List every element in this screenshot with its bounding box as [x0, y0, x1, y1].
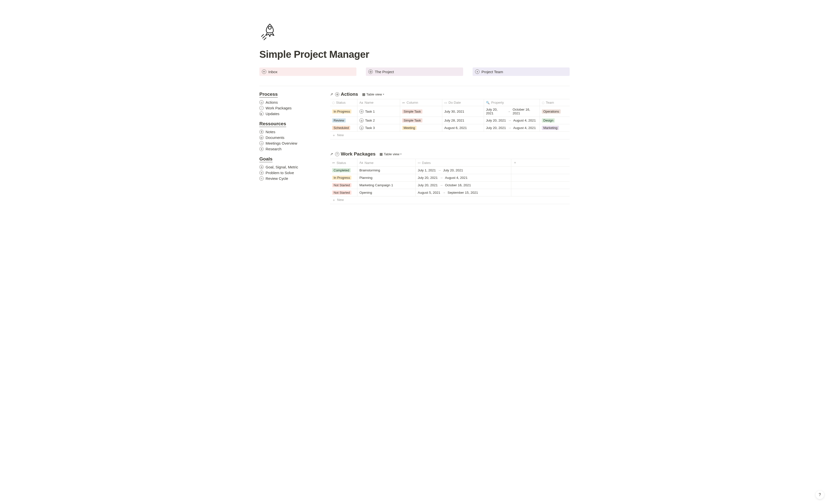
- quicklink-project-label: The Project: [375, 70, 394, 74]
- col-dates[interactable]: ▭ Dates: [416, 159, 511, 166]
- team-badge: Operations: [542, 109, 561, 114]
- globe-icon: ✪: [368, 70, 373, 74]
- table-row[interactable]: In Progress Planning July 20, 2021→Augus…: [330, 174, 570, 182]
- wp-view-picker[interactable]: ▦ Table view ▾: [380, 152, 402, 156]
- date-from: July 20, 2021: [486, 119, 506, 122]
- wp-title[interactable]: ⚐ Work Packages: [335, 151, 375, 157]
- quicklink-inbox[interactable]: 👁 Inbox: [259, 68, 356, 76]
- col-name[interactable]: Aa Name: [357, 99, 400, 106]
- column-badge: Simple Task: [402, 118, 423, 122]
- wp-new-row[interactable]: ＋ New: [330, 196, 570, 204]
- calendar-icon: ▭: [444, 101, 447, 105]
- date-to: October 16, 2021: [512, 108, 538, 115]
- clock-icon: ◷: [259, 141, 263, 145]
- title-icon: Aa: [359, 161, 363, 164]
- row-name: Planning: [359, 176, 372, 180]
- row-name: Task 2: [365, 119, 375, 122]
- column-badge: Meeting: [402, 126, 417, 130]
- col-column[interactable]: ≔ Column: [400, 99, 442, 106]
- sidebar-item-actions[interactable]: ◎ Actions: [259, 100, 320, 105]
- col-name[interactable]: Aa Name: [357, 159, 416, 166]
- select-icon: ≔: [332, 161, 335, 164]
- select-icon: ≔: [402, 101, 405, 105]
- row-name: Opening: [359, 191, 372, 194]
- sidebar: Process ◎ Actions ⚐ Work Packages ▶ Upda…: [259, 91, 320, 216]
- table-icon: ▦: [362, 92, 365, 96]
- status-badge: In Progress: [332, 176, 352, 180]
- sidebar-item-label: Review Cycle: [265, 177, 288, 181]
- row-name: Marketing Campaign 1: [359, 183, 393, 187]
- sidebar-item-meetings[interactable]: ◷ Meetings Overview: [259, 141, 320, 146]
- col-team[interactable]: ◌ Team: [540, 99, 570, 106]
- svg-line-2: [263, 36, 264, 38]
- actions-new-row[interactable]: ＋ New: [330, 132, 570, 139]
- title-icon: Aa: [359, 101, 363, 105]
- page-title: Simple Project Manager: [259, 49, 570, 60]
- open-as-page-icon[interactable]: ↗: [330, 152, 333, 156]
- sidebar-item-problem[interactable]: ✼ Problem to Solve: [259, 170, 320, 176]
- column-badge: Simple Task: [402, 109, 423, 114]
- actions-view-picker[interactable]: ▦ Table view ▾: [362, 92, 384, 96]
- arrow-icon: →: [507, 126, 512, 130]
- table-row[interactable]: In Progress ◎Task 1 Simple Task July 30,…: [330, 106, 570, 117]
- table-icon: ▦: [380, 152, 383, 156]
- table-row[interactable]: Completed Brainstorming July 1, 2021→Jul…: [330, 167, 570, 174]
- add-column[interactable]: ＋: [511, 159, 570, 166]
- sidebar-item-updates[interactable]: ▶ Updates: [259, 111, 320, 117]
- row-name: Task 3: [365, 126, 375, 130]
- person-icon: ✦: [475, 70, 479, 74]
- target-icon: ◎: [359, 118, 364, 122]
- col-status[interactable]: ≔ Status: [330, 159, 357, 166]
- rocket-icon: [259, 20, 570, 41]
- date-from: July 20, 2021: [418, 183, 438, 187]
- sidebar-item-label: Documents: [265, 135, 284, 140]
- table-row[interactable]: Review ◎Task 2 Simple Task July 28, 2021…: [330, 117, 570, 124]
- sidebar-item-label: Updates: [265, 112, 280, 116]
- flag-icon: ⚐: [335, 152, 339, 156]
- table-row[interactable]: Scheduled ◎Task 3 Meeting August 6, 2021…: [330, 124, 570, 132]
- sidebar-item-label: Goal, Signal, Metric: [265, 165, 298, 169]
- wp-view-label: Table view: [384, 152, 399, 156]
- col-do-date[interactable]: ▭ Do Date: [442, 99, 484, 106]
- status-badge: Review: [332, 118, 346, 122]
- sidebar-item-gsm[interactable]: ⊞ Goal, Signal, Metric: [259, 164, 320, 170]
- status-badge: Not Started: [332, 183, 352, 187]
- work-packages-database: ↗ ⚐ Work Packages ▦ Table view ▾ ≔: [330, 151, 570, 204]
- quicklink-inbox-label: Inbox: [268, 70, 278, 74]
- open-as-page-icon[interactable]: ↗: [330, 92, 333, 96]
- rollup-icon: 🔍: [486, 101, 490, 105]
- team-badge: Marketing: [542, 126, 559, 130]
- table-row[interactable]: Not Started Marketing Campaign 1 July 20…: [330, 182, 570, 189]
- do-date: July 28, 2021: [444, 119, 464, 122]
- play-icon: ▶: [259, 112, 263, 116]
- rollup-icon: ◌: [542, 101, 544, 105]
- flag-icon: ⚐: [259, 106, 263, 110]
- status-badge: Not Started: [332, 191, 352, 195]
- plus-icon: ＋: [332, 198, 335, 202]
- arrow-icon: →: [507, 119, 512, 122]
- sidebar-item-work-packages[interactable]: ⚐ Work Packages: [259, 105, 320, 111]
- col-property[interactable]: 🔍 Property: [484, 99, 540, 106]
- sidebar-item-label: Problem to Solve: [265, 171, 294, 175]
- sidebar-item-review[interactable]: ↻ Review Cycle: [259, 176, 320, 181]
- atom-icon: ✻: [259, 147, 263, 151]
- table-row[interactable]: Not Started Opening August 5, 2021→Septe…: [330, 189, 570, 196]
- target-icon: ◎: [335, 92, 339, 96]
- col-status[interactable]: ◌ Status: [330, 99, 357, 106]
- date-to: August 4, 2021: [513, 119, 536, 122]
- target-icon: ◎: [359, 126, 364, 130]
- target-icon: ◎: [359, 109, 364, 114]
- sidebar-item-documents[interactable]: ▤ Documents: [259, 135, 320, 141]
- document-icon: ▤: [259, 135, 263, 140]
- date-from: August 5, 2021: [418, 191, 440, 194]
- sidebar-item-label: Work Packages: [265, 106, 292, 110]
- heading-goals: Goals: [259, 156, 273, 162]
- new-label: New: [337, 198, 344, 202]
- sidebar-item-research[interactable]: ✻ Research: [259, 146, 320, 152]
- heading-resources: Ressources: [259, 121, 286, 127]
- sidebar-item-notes[interactable]: ≣ Notes: [259, 129, 320, 135]
- actions-title[interactable]: ◎ Actions: [335, 91, 358, 97]
- metric-icon: ⊞: [259, 165, 263, 169]
- quicklink-team[interactable]: ✦ Project Team: [473, 68, 570, 76]
- quicklink-project[interactable]: ✪ The Project: [366, 68, 463, 76]
